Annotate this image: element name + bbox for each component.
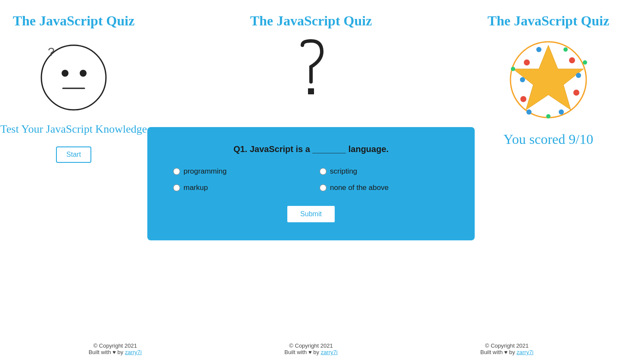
footer-author-right[interactable]: zarry7i	[516, 349, 533, 355]
footer-right: © Copyright 2021 Built with ♥ by zarry7i	[480, 342, 533, 355]
radio-scripting[interactable]	[320, 168, 327, 175]
svg-point-9	[569, 57, 575, 63]
svg-point-10	[573, 90, 579, 96]
footer: © Copyright 2021 Built with ♥ by zarry7i…	[0, 342, 622, 355]
svg-point-16	[526, 109, 532, 115]
footer-built-right: Built with ♥ by zarry7i	[480, 349, 533, 355]
star-icon	[505, 37, 591, 123]
submit-button[interactable]: Submit	[286, 205, 336, 223]
app-title-right: The JavaScript Quiz	[488, 13, 610, 29]
app-title-center: The JavaScript Quiz	[250, 13, 372, 29]
radio-programming[interactable]	[173, 168, 180, 175]
submit-area: Submit	[173, 205, 449, 223]
question-mark-icon	[283, 37, 339, 114]
footer-copyright-left: © Copyright 2021	[89, 342, 142, 349]
footer-copyright-center: © Copyright 2021	[284, 342, 337, 349]
option-programming[interactable]: programming	[173, 167, 302, 176]
footer-built-prefix-right: Built with ♥ by	[480, 349, 516, 355]
radio-markup[interactable]	[173, 184, 180, 191]
footer-author-center[interactable]: zarry7i	[321, 349, 338, 355]
score-text: You scored 9/10	[504, 131, 593, 147]
svg-point-14	[520, 77, 525, 82]
footer-copyright-right: © Copyright 2021	[480, 342, 533, 349]
center-column: The JavaScript Quiz Q1. JavaScript is a …	[147, 0, 475, 327]
footer-left: © Copyright 2021 Built with ♥ by zarry7i	[89, 342, 142, 355]
svg-point-8	[524, 59, 530, 65]
left-column: The JavaScript Quiz ? Test Your JavaScri…	[0, 0, 147, 327]
svg-point-11	[520, 96, 526, 102]
options-grid: programming scripting markup none of the…	[173, 167, 449, 192]
option-scripting[interactable]: scripting	[320, 167, 449, 176]
svg-point-17	[546, 114, 550, 118]
svg-rect-5	[308, 88, 314, 94]
option-markup[interactable]: markup	[173, 184, 302, 192]
option-label-scripting: scripting	[330, 167, 357, 176]
svg-point-20	[511, 67, 515, 71]
svg-text:?: ?	[48, 45, 55, 59]
svg-point-2	[62, 70, 68, 77]
option-label-none: none of the above	[330, 184, 389, 192]
footer-built-center: Built with ♥ by zarry7i	[284, 349, 337, 355]
quiz-box: Q1. JavaScript is a _______ language. pr…	[147, 127, 475, 240]
subtitle-left: Test Your JavaScript Knowledge	[0, 123, 147, 136]
svg-point-15	[559, 109, 564, 115]
radio-none[interactable]	[320, 184, 327, 191]
option-label-programming: programming	[183, 167, 227, 176]
right-column: The JavaScript Quiz You scored 9/10	[475, 0, 622, 327]
svg-point-19	[583, 60, 587, 65]
svg-point-12	[536, 47, 541, 52]
footer-author-left[interactable]: zarry7i	[125, 349, 142, 355]
svg-point-13	[576, 73, 581, 78]
option-label-markup: markup	[183, 184, 208, 192]
face-icon: ?	[35, 37, 112, 114]
svg-point-18	[563, 47, 568, 52]
footer-built-prefix-left: Built with ♥ by	[89, 349, 125, 355]
svg-point-3	[80, 70, 87, 77]
footer-center: © Copyright 2021 Built with ♥ by zarry7i	[284, 342, 337, 355]
start-button[interactable]: Start	[56, 146, 91, 163]
footer-built-left: Built with ♥ by zarry7i	[89, 349, 142, 355]
option-none[interactable]: none of the above	[320, 184, 449, 192]
footer-built-prefix-center: Built with ♥ by	[284, 349, 320, 355]
app-title-left: The JavaScript Quiz	[13, 13, 135, 29]
question-text: Q1. JavaScript is a _______ language.	[173, 144, 449, 154]
